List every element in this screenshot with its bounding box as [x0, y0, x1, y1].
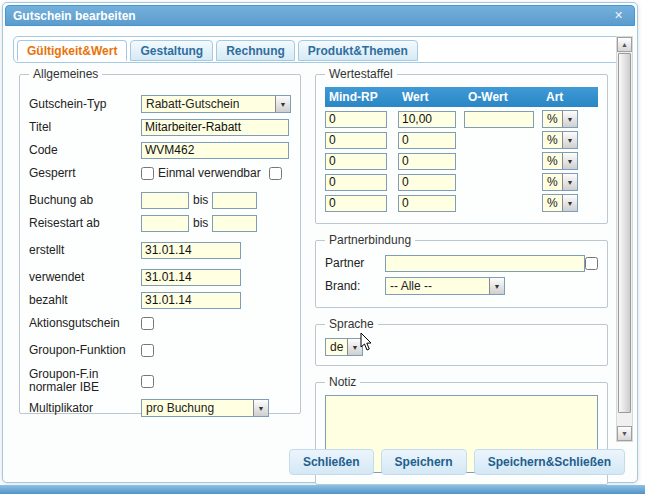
scroll-up-button[interactable]: ▲	[617, 37, 632, 52]
tab-gestaltung[interactable]: Gestaltung	[130, 40, 213, 61]
scroll-thumb[interactable]	[618, 53, 631, 413]
wertestaffel-row: %▼	[325, 110, 598, 128]
gesperrt-label: Gesperrt	[29, 166, 141, 180]
titel-label: Titel	[29, 120, 141, 134]
bezahlt-label: bezahlt	[29, 293, 141, 307]
chevron-down-icon: ▼	[253, 400, 268, 416]
verwendet-input[interactable]	[141, 269, 241, 286]
multiplikator-select[interactable]: pro Buchung ▼	[141, 399, 269, 417]
groupon-f-ibe-label: Groupon-F.in normaler IBE	[29, 368, 141, 394]
gesperrt-checkbox[interactable]	[141, 167, 154, 180]
chevron-down-icon: ▼	[347, 339, 362, 355]
chevron-down-icon: ▼	[562, 174, 577, 190]
chevron-down-icon: ▼	[562, 111, 577, 127]
art-select[interactable]: %▼	[542, 131, 578, 149]
sprache-select[interactable]: de ▼	[325, 338, 363, 356]
partner-checkbox[interactable]	[585, 257, 598, 270]
wert-input[interactable]	[398, 132, 456, 149]
wert-input[interactable]	[398, 111, 456, 128]
fieldset-allgemeines-legend: Allgemeines	[29, 67, 102, 81]
aktionsgutschein-label: Aktionsgutschein	[29, 316, 141, 330]
speichern-schliessen-button[interactable]: Speichern&Schließen	[474, 449, 625, 475]
mind-rp-input[interactable]	[325, 111, 387, 128]
tabs-bar: Gültigkeit&Wert Gestaltung Rechnung Prod…	[13, 36, 627, 63]
dialog-button-pane: Schließen Speichern Speichern&Schließen	[289, 449, 625, 475]
groupon-funktion-checkbox[interactable]	[141, 344, 154, 357]
wertestaffel-row: %▼	[325, 194, 598, 212]
partner-input[interactable]	[385, 255, 585, 272]
brand-select[interactable]: -- Alle -- ▼	[385, 277, 505, 295]
aktionsgutschein-checkbox[interactable]	[141, 317, 154, 330]
chevron-down-icon: ▼	[562, 153, 577, 169]
brand-label: Brand:	[325, 279, 385, 293]
partner-label: Partner	[325, 256, 385, 270]
einmal-verwendbar-label: Einmal verwendbar	[158, 166, 261, 180]
schliessen-button[interactable]: Schließen	[289, 449, 374, 475]
buchung-ab-label: Buchung ab	[29, 193, 141, 207]
chevron-down-icon: ▼	[275, 96, 290, 112]
reisestart-bis-label: bis	[193, 216, 208, 230]
wertestaffel-header-row: Mind-RP Wert O-Wert Art	[325, 87, 598, 107]
col-header-art: Art	[542, 87, 598, 107]
verwendet-label: verwendet	[29, 270, 141, 284]
screen: Gutschein bearbeiten ✕ Gültigkeit&Wert G…	[0, 0, 645, 494]
wert-input[interactable]	[398, 153, 456, 170]
reisestart-ab-input[interactable]	[141, 215, 189, 232]
groupon-funktion-label: Groupon-Funktion	[29, 343, 141, 357]
scroll-down-button[interactable]: ▼	[617, 426, 632, 441]
mind-rp-input[interactable]	[325, 195, 387, 212]
art-select[interactable]: %▼	[542, 173, 578, 191]
tab-rechnung[interactable]: Rechnung	[216, 40, 295, 61]
code-label: Code	[29, 143, 141, 157]
code-input[interactable]	[141, 142, 289, 159]
close-icon[interactable]: ✕	[610, 7, 627, 24]
wertestaffel-row: %▼	[325, 152, 598, 170]
gutschein-typ-label: Gutschein-Typ	[29, 97, 141, 111]
fieldset-sprache-legend: Sprache	[325, 317, 378, 331]
buchung-ab-input[interactable]	[141, 192, 189, 209]
erstellt-label: erstellt	[29, 243, 141, 257]
wertestaffel-row: %▼	[325, 173, 598, 191]
col-header-mind-rp: Mind-RP	[325, 87, 398, 107]
mind-rp-input[interactable]	[325, 174, 387, 191]
fieldset-notiz-legend: Notiz	[325, 375, 360, 389]
art-select[interactable]: %▼	[542, 152, 578, 170]
art-select[interactable]: %▼	[542, 110, 578, 128]
tab-gueltigkeit-wert[interactable]: Gültigkeit&Wert	[17, 40, 127, 61]
multiplikator-label: Multiplikator	[29, 401, 141, 415]
dialog-titlebar[interactable]: Gutschein bearbeiten ✕	[5, 5, 635, 26]
chevron-down-icon: ▼	[562, 195, 577, 211]
vertical-scrollbar[interactable]: ▲ ▼	[616, 36, 633, 442]
chevron-down-icon: ▼	[489, 278, 504, 294]
dialog-title: Gutschein bearbeiten	[13, 9, 136, 23]
o-wert-input[interactable]	[464, 111, 534, 128]
mind-rp-input[interactable]	[325, 153, 387, 170]
wert-input[interactable]	[398, 195, 456, 212]
tab-panel-gueltigkeit-wert: Allgemeines Gutschein-Typ Rabatt-Gutsche…	[19, 67, 607, 440]
bezahlt-input[interactable]	[141, 292, 241, 309]
fieldset-partnerbindung-legend: Partnerbindung	[325, 233, 415, 247]
einmal-verwendbar-checkbox[interactable]	[269, 167, 282, 180]
fieldset-wertestaffel-legend: Wertestaffel	[325, 67, 397, 81]
fieldset-sprache: Sprache de ▼	[315, 317, 608, 366]
page-background-strip	[0, 485, 645, 494]
titel-input[interactable]	[141, 119, 289, 136]
wert-input[interactable]	[398, 174, 456, 191]
art-select[interactable]: %▼	[542, 194, 578, 212]
buchung-bis-input[interactable]	[212, 192, 257, 209]
col-header-o-wert: O-Wert	[464, 87, 542, 107]
groupon-f-ibe-checkbox[interactable]	[141, 375, 154, 388]
speichern-button[interactable]: Speichern	[381, 449, 467, 475]
tab-produkt-themen[interactable]: Produkt&Themen	[298, 40, 418, 61]
mind-rp-input[interactable]	[325, 132, 387, 149]
wertestaffel-row: %▼	[325, 131, 598, 149]
dialog-gutschein-bearbeiten: Gutschein bearbeiten ✕ Gültigkeit&Wert G…	[2, 2, 638, 483]
gutschein-typ-select[interactable]: Rabatt-Gutschein ▼	[141, 95, 291, 113]
reisestart-ab-label: Reisestart ab	[29, 216, 141, 230]
erstellt-input[interactable]	[141, 242, 241, 259]
chevron-down-icon: ▼	[562, 132, 577, 148]
reisestart-bis-input[interactable]	[212, 215, 257, 232]
fieldset-partnerbindung: Partnerbindung Partner Brand: -- Alle --…	[315, 233, 608, 308]
fieldset-wertestaffel: Wertestaffel Mind-RP Wert O-Wert Art %▼	[315, 67, 608, 224]
col-header-wert: Wert	[398, 87, 464, 107]
